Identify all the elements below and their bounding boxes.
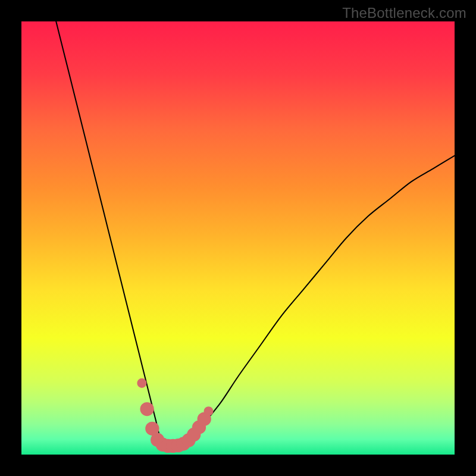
chart-frame: TheBottleneck.com — [0, 0, 476, 476]
highlight-dot — [203, 406, 213, 416]
chart-overlay — [21, 21, 455, 455]
plot-area — [21, 21, 455, 455]
highlight-dot — [137, 378, 146, 388]
watermark-text: TheBottleneck.com — [342, 5, 466, 21]
bottleneck-curve — [56, 21, 455, 446]
highlight-dot — [140, 402, 154, 416]
